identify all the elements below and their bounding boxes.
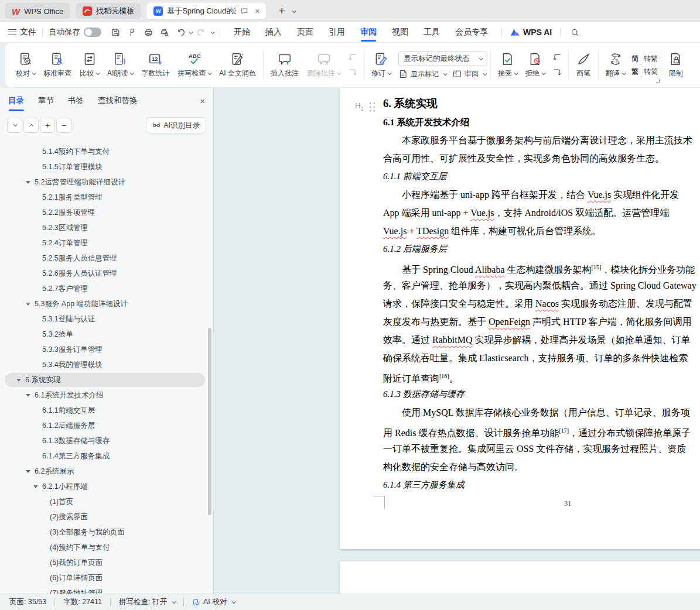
toc-item[interactable]: 5.2.7客户管理 [0, 281, 213, 296]
save-button[interactable] [108, 25, 123, 39]
toc-item[interactable]: 5.3.1登陆与认证 [0, 311, 213, 327]
search-button[interactable] [567, 25, 582, 39]
traditional-to-simplified-button[interactable]: 繁 转简 [631, 67, 658, 77]
toc-item[interactable]: (2)搜索界面 [0, 509, 213, 525]
collapse-all-button[interactable]: − [56, 118, 71, 133]
doc-line[interactable]: 6. 系统实现 [383, 95, 696, 113]
close-tab-icon[interactable]: × [255, 6, 259, 16]
doc-line[interactable]: 附近订单查询[16]。 [383, 367, 696, 385]
toc-item[interactable]: 5.3.4我的管理模块 [0, 357, 213, 372]
menu-member[interactable]: 会员专享 [448, 22, 496, 42]
doc-line[interactable]: 6.1.1 前端交互层 [383, 167, 696, 186]
doc-line[interactable]: 6.1 系统开发技术介绍 [383, 113, 696, 131]
toc-item[interactable]: 5.2.3区域管理 [0, 220, 213, 235]
autosave-toggle[interactable] [84, 28, 101, 37]
toc-item[interactable]: (4)预约下单与支付 [0, 540, 213, 555]
track-changes-button[interactable]: 修订 [367, 49, 395, 81]
translate-button[interactable]: 文A 翻译 [602, 49, 629, 81]
previous-change-button[interactable] [550, 52, 564, 63]
tab-list-chevron-icon[interactable] [292, 9, 296, 13]
word-count-button[interactable]: 12 字数统计 [137, 49, 173, 81]
menu-home[interactable]: 开始 [226, 22, 258, 42]
show-markup-button[interactable]: 显示标记 [398, 69, 446, 79]
sidebar-tab-bookmarks[interactable]: 书签 [68, 88, 84, 114]
tab-wps-office[interactable]: W WPS Office [5, 3, 70, 19]
quick-access-chevron-icon[interactable] [211, 30, 215, 34]
menu-tools[interactable]: 工具 [416, 22, 448, 42]
toc-item[interactable]: (1)首页 [0, 494, 213, 509]
toc-item[interactable]: (6)订单详情页面 [0, 570, 213, 585]
toc-item[interactable]: 5.2运营管理端功能详细设计 [0, 174, 213, 190]
group-expand-icon[interactable] [656, 79, 660, 83]
toc-item[interactable]: (5)我的订单页面 [0, 555, 213, 570]
simplified-to-traditional-button[interactable]: 简 转繁 [631, 54, 658, 64]
toc-item[interactable]: 6.1系统开发技术介绍 [0, 388, 213, 403]
accept-changes-button[interactable]: 接受 [494, 49, 521, 81]
menu-insert[interactable]: 插入 [258, 22, 289, 42]
standard-review-button[interactable]: 标准审查 [39, 49, 76, 81]
ai-proofread-status[interactable]: AI 校对 [192, 597, 235, 607]
previous-comment-button[interactable] [346, 52, 360, 63]
menu-review[interactable]: 审阅 [353, 22, 384, 42]
toc-collapse-arrow-icon[interactable] [16, 379, 21, 382]
reject-changes-button[interactable]: 拒绝 [521, 49, 549, 81]
toc-item[interactable]: (7)服务地址管理 [0, 585, 213, 594]
doc-line[interactable]: 灰度发布与热更新。基于 OpenFeign 声明式 HTTP 客户端，简化服务间… [383, 313, 696, 331]
doc-line[interactable]: 6.1.3 数据存储与缓存 [383, 385, 696, 403]
file-menu[interactable]: 文件 [8, 27, 36, 37]
collapse-prev-button[interactable] [23, 118, 39, 133]
close-sidebar-icon[interactable]: × [200, 96, 205, 106]
next-comment-button[interactable] [346, 67, 360, 78]
next-change-button[interactable] [550, 67, 564, 78]
restrict-editing-button[interactable]: 限制 [664, 49, 688, 81]
toc-item[interactable]: 6.1.4第三方服务集成 [0, 448, 213, 464]
review-pane-button[interactable]: 审阅 [452, 69, 486, 79]
delete-comment-button[interactable]: 删除批注 [303, 49, 344, 81]
doc-line[interactable]: 确保系统吞吐量。集成 Elasticsearch，支持服务项、订单的多条件快速检… [383, 349, 696, 367]
expand-all-button[interactable]: + [40, 118, 55, 133]
menu-page[interactable]: 页面 [289, 22, 321, 42]
document-page-32[interactable] [340, 561, 700, 594]
toc-item[interactable]: 5.2.6服务人员认证管理 [0, 266, 213, 281]
doc-line[interactable]: 请求，保障接口安全与稳定性。采用 Nacos 实现服务动态注册、发现与配置 [383, 294, 696, 313]
ai-detect-toc-button[interactable]: AI识别目录 [146, 117, 206, 133]
doc-line[interactable]: App 端采用 uni-app + Vue.js，支持 Android/iOS … [383, 204, 696, 222]
toc-item[interactable]: 5.2.2服务项管理 [0, 205, 213, 220]
compare-button[interactable]: 比较 [76, 49, 103, 81]
toc-item[interactable]: 5.3.2抢单 [0, 327, 213, 342]
spell-check-button[interactable]: ABC 拼写检查 [173, 49, 215, 81]
doc-line[interactable]: 基于 Spring Cloud Alibaba 生态构建微服务架构[15]，模块… [383, 258, 696, 276]
sidebar-tab-contents[interactable]: 目录 [8, 88, 24, 114]
ink-brush-button[interactable]: 画笔 [572, 49, 595, 81]
spell-check-status[interactable]: 拼写检查: 打开 [119, 597, 175, 607]
sidebar-tab-find-replace[interactable]: 查找和替换 [98, 88, 138, 114]
toc-collapse-arrow-icon[interactable] [26, 181, 30, 184]
toc-collapse-arrow-icon[interactable] [26, 394, 30, 397]
comment-bubble-icon[interactable] [240, 7, 248, 15]
menu-view[interactable]: 视图 [384, 22, 416, 42]
page-indicator[interactable]: 页面: 35/53 [9, 597, 46, 607]
undo-button[interactable] [173, 25, 189, 39]
menu-references[interactable]: 引用 [321, 22, 353, 42]
word-count-indicator[interactable]: 字数: 27411 [63, 597, 102, 607]
doc-line[interactable]: 用 Redis 缓存热点数据、设计服务抢单功能[17]，通过分布式锁保障抢单原子 [383, 421, 696, 440]
doc-line[interactable]: 一订单不被重复抢。集成阿里云 OSS 文件存储，实现服务过程照片、资质 [383, 440, 696, 458]
toc-collapse-arrow-icon[interactable] [26, 303, 30, 306]
markup-state-dropdown[interactable]: 显示标记的最终状态 [398, 52, 487, 66]
toc-item[interactable]: 6.1.1前端交互层 [0, 403, 213, 418]
toc-collapse-arrow-icon[interactable] [33, 485, 38, 488]
insert-comment-button[interactable]: 插入批注 [267, 49, 303, 81]
wps-ai-button[interactable]: WPS AI [508, 28, 554, 37]
toc-item[interactable]: 6.系统实现 [0, 372, 213, 388]
toc-item[interactable]: 5.3服务 App 端功能详细设计 [0, 296, 213, 311]
tab-document[interactable]: W 基于Spring Cloud的家政服务 × [146, 3, 266, 19]
redo-button[interactable] [193, 25, 208, 39]
ai-read-aloud-button[interactable]: AI朗读 [103, 49, 137, 81]
toc-item[interactable]: 5.2.5服务人员信息管理 [0, 251, 213, 266]
toc-item[interactable]: 5.3.3服务订单管理 [0, 342, 213, 357]
doc-line[interactable]: 合高可用性、可扩展性及安全性，实现多角色协同的高效服务生态。 [383, 149, 696, 167]
toc-item[interactable]: (3)全部服务与我的页面 [0, 525, 213, 540]
document-page-31[interactable]: H1 6. 系统实现6.1 系统开发技术介绍本家政服务平台基于微服务架构与前后端… [340, 88, 700, 549]
toc-item[interactable]: 5.1.4预约下单与支付 [0, 144, 213, 159]
doc-line[interactable]: Vue.js + TDesign 组件库，构建可视化后台管理系统。 [383, 222, 696, 240]
